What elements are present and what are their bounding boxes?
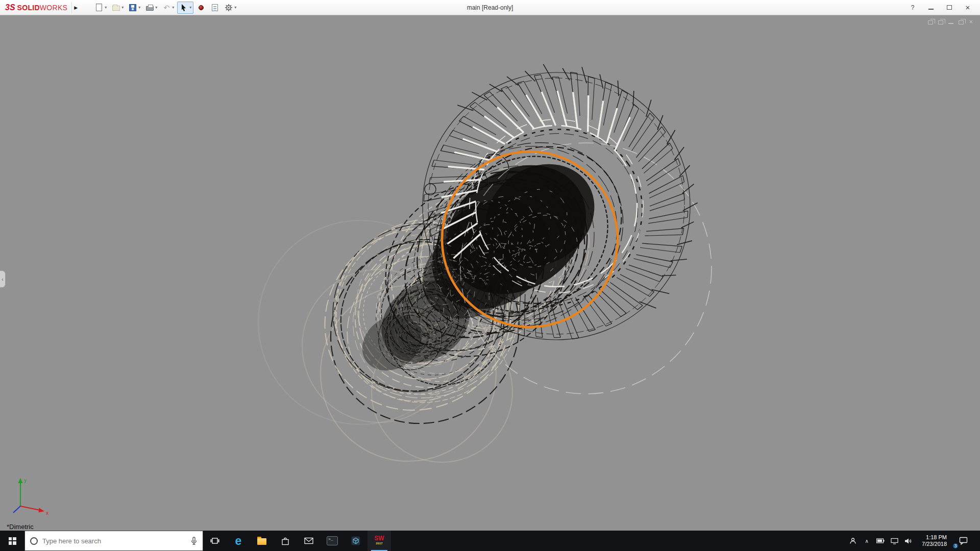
action-center-icon: [959, 537, 968, 545]
search-input[interactable]: [42, 537, 186, 545]
save-icon: [128, 3, 137, 12]
chevron-down-icon[interactable]: ▾: [121, 5, 124, 10]
help-button[interactable]: ?: [909, 4, 917, 12]
file-properties-button[interactable]: [209, 2, 221, 14]
model-wireframe-canvas[interactable]: [0, 15, 980, 531]
doc-restore-down-icon[interactable]: [959, 20, 964, 24]
options-button[interactable]: ▾: [223, 2, 238, 14]
print-icon: [145, 3, 154, 12]
windows-logo-icon: [9, 537, 16, 545]
start-button[interactable]: [0, 531, 24, 551]
save-button[interactable]: ▾: [127, 2, 142, 14]
chevron-down-icon[interactable]: ▾: [189, 5, 191, 10]
file-properties-icon: [210, 3, 219, 12]
system-tray: ∧ 1:18 PM 7/23/2018 3: [847, 531, 980, 551]
z-axis-icon: [13, 506, 20, 513]
menu-expand-button[interactable]: ▶: [71, 2, 80, 13]
network-icon[interactable]: [890, 537, 898, 545]
clock-time: 1:18 PM: [922, 534, 947, 541]
taskbar-apps: e >_ SW 2017: [203, 531, 391, 551]
close-button[interactable]: ×: [964, 4, 972, 12]
open-document-button[interactable]: ▾: [110, 2, 125, 14]
action-center-button[interactable]: 3: [957, 537, 970, 545]
select-cursor-icon: [179, 3, 188, 12]
chevron-down-icon[interactable]: ▾: [155, 5, 157, 10]
file-explorer-icon: [257, 538, 266, 545]
mail-button[interactable]: [297, 531, 321, 551]
microphone-icon[interactable]: [190, 537, 198, 545]
solidworks-logo: 3S SOLIDWORKS: [0, 3, 71, 12]
mail-icon: [304, 537, 313, 544]
x-axis-arrow-icon: [39, 508, 45, 513]
window-title: main [Read-only]: [467, 4, 513, 11]
view-orientation-label: *Dimetric: [7, 523, 34, 531]
console-app-button[interactable]: >_: [321, 531, 344, 551]
taskbar-search-box[interactable]: [24, 531, 203, 551]
quick-access-toolbar: ▾ ▾ ▾ ▾ ↶ ▾ ▾: [93, 2, 238, 14]
undo-icon: ↶: [162, 3, 171, 12]
print-button[interactable]: ▾: [143, 2, 159, 14]
maximize-button[interactable]: [945, 4, 953, 12]
cube-app-icon: [351, 536, 360, 545]
doc-restore-icon[interactable]: [928, 20, 933, 24]
open-document-icon: [111, 3, 120, 12]
rebuild-button[interactable]: [195, 2, 207, 14]
cube-app-button[interactable]: [344, 531, 368, 551]
task-view-button[interactable]: [203, 531, 227, 551]
x-axis-label: x: [46, 510, 48, 516]
rebuild-icon: [197, 3, 206, 12]
chevron-down-icon[interactable]: ▾: [234, 5, 236, 10]
doc-cascade-icon[interactable]: [938, 20, 943, 24]
minimize-button[interactable]: [927, 4, 935, 12]
orientation-triad: y x: [3, 474, 52, 519]
graphics-viewport[interactable]: × ‹ y x *Dimetric: [0, 15, 980, 531]
y-axis-arrow-icon: [18, 478, 23, 483]
edge-browser-button[interactable]: e: [227, 531, 250, 551]
minimize-icon: [928, 5, 934, 10]
solidworks-app-icon: SW 2017: [373, 534, 386, 547]
document-window-controls: ×: [928, 19, 973, 24]
maximize-icon: [947, 5, 952, 10]
y-axis-label: y: [24, 478, 27, 483]
notification-badge: 3: [952, 542, 959, 549]
titlebar: 3S SOLIDWORKS ▶ ▾ ▾ ▾ ▾ ↶ ▾ ▾: [0, 0, 980, 15]
people-icon[interactable]: [849, 537, 857, 545]
dassault-3ds-logo-icon: 3S: [5, 3, 15, 12]
feature-manager-collapse-tab[interactable]: ‹: [0, 270, 6, 288]
select-tool-button[interactable]: ▾: [177, 2, 193, 14]
options-gear-icon: [224, 3, 233, 12]
file-explorer-button[interactable]: [250, 531, 274, 551]
volume-icon[interactable]: [904, 537, 912, 545]
window-controls: ? ×: [909, 4, 980, 12]
doc-close-icon[interactable]: ×: [969, 19, 973, 24]
doc-minimize-icon[interactable]: [948, 20, 953, 24]
task-view-icon: [210, 537, 219, 545]
clock-date: 7/23/2018: [922, 541, 947, 547]
chevron-down-icon[interactable]: ▾: [105, 5, 107, 10]
windows-taskbar: e >_ SW 2017 ∧: [0, 531, 980, 551]
close-icon: ×: [966, 5, 970, 10]
undo-button[interactable]: ↶ ▾: [160, 2, 176, 14]
collapse-arrow-icon: ‹: [2, 277, 3, 282]
new-document-button[interactable]: ▾: [93, 2, 108, 14]
edge-icon: e: [235, 534, 242, 548]
console-icon: >_: [327, 536, 338, 545]
chevron-down-icon[interactable]: ▾: [172, 5, 174, 10]
solidworks-app-button[interactable]: SW 2017: [368, 531, 391, 551]
battery-icon[interactable]: [876, 537, 885, 545]
chevron-down-icon[interactable]: ▾: [138, 5, 140, 10]
expand-arrow-icon: ▶: [74, 5, 78, 10]
cortana-icon: [30, 537, 38, 545]
tray-expand-icon[interactable]: ∧: [863, 537, 871, 545]
brand-name: SOLIDWORKS: [17, 3, 68, 12]
taskbar-clock[interactable]: 1:18 PM 7/23/2018: [918, 534, 951, 547]
store-button[interactable]: [274, 531, 297, 551]
new-document-icon: [94, 3, 104, 12]
store-icon: [281, 537, 289, 545]
